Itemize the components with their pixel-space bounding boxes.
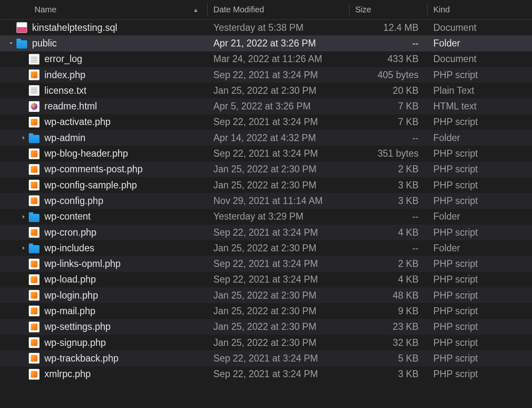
php-file-icon bbox=[29, 117, 39, 128]
file-row[interactable]: wp-login.phpJan 25, 2022 at 2:30 PM48 KB… bbox=[0, 287, 532, 303]
file-row[interactable]: wp-config-sample.phpJan 25, 2022 at 2:30… bbox=[0, 177, 532, 193]
file-name: wp-admin bbox=[44, 132, 86, 144]
file-row[interactable]: wp-config.phpNov 29, 2021 at 11:14 AM3 K… bbox=[0, 193, 532, 209]
file-row[interactable]: readme.htmlApr 5, 2022 at 3:26 PM7 KBHTM… bbox=[0, 98, 532, 114]
file-date: Sep 22, 2021 at 3:24 PM bbox=[208, 70, 349, 81]
file-row[interactable]: wp-signup.phpJan 25, 2022 at 2:30 PM32 K… bbox=[0, 335, 532, 350]
file-name-cell: error_log bbox=[0, 53, 208, 65]
file-name: wp-comments-post.php bbox=[44, 164, 143, 175]
file-kind: Plain Text bbox=[428, 85, 532, 96]
file-row[interactable]: kinstahelptesting.sqlYesterday at 5:38 P… bbox=[0, 20, 532, 35]
file-kind: Document bbox=[428, 53, 532, 65]
file-date: Mar 24, 2022 at 11:26 AM bbox=[208, 53, 349, 65]
disclosure-closed-icon[interactable] bbox=[20, 244, 27, 252]
file-row[interactable]: wp-settings.phpJan 25, 2022 at 2:30 PM23… bbox=[0, 319, 532, 335]
file-name: wp-login.php bbox=[44, 290, 98, 301]
file-name: wp-blog-header.php bbox=[44, 148, 128, 159]
file-row[interactable]: wp-activate.phpSep 22, 2021 at 3:24 PM7 … bbox=[0, 114, 532, 130]
file-date: Jan 25, 2022 at 2:30 PM bbox=[208, 180, 349, 191]
text-file-icon bbox=[29, 85, 39, 96]
column-header-name[interactable]: Name ▲ bbox=[0, 0, 208, 19]
file-name: license.txt bbox=[44, 85, 86, 96]
file-date: Sep 22, 2021 at 3:24 PM bbox=[208, 369, 349, 380]
file-row[interactable]: wp-mail.phpJan 25, 2022 at 2:30 PM9 KBPH… bbox=[0, 303, 532, 319]
file-row[interactable]: wp-blog-header.phpSep 22, 2021 at 3:24 P… bbox=[0, 146, 532, 161]
file-name: public bbox=[32, 38, 57, 49]
file-row[interactable]: wp-contentYesterday at 3:29 PM--Folder bbox=[0, 209, 532, 225]
file-name: wp-content bbox=[44, 211, 91, 222]
file-kind: PHP script bbox=[428, 195, 532, 206]
file-size: 4 KB bbox=[349, 274, 428, 285]
file-name-cell: wp-links-opml.php bbox=[0, 258, 208, 269]
file-row[interactable]: wp-includesJan 25, 2022 at 2:30 PM--Fold… bbox=[0, 240, 532, 256]
file-date: Sep 22, 2021 at 3:24 PM bbox=[208, 227, 349, 238]
file-row[interactable]: wp-links-opml.phpSep 22, 2021 at 3:24 PM… bbox=[0, 256, 532, 271]
file-size: 20 KB bbox=[349, 85, 428, 96]
file-row[interactable]: wp-cron.phpSep 22, 2021 at 3:24 PM4 KBPH… bbox=[0, 225, 532, 240]
file-name-cell: wp-activate.php bbox=[0, 116, 208, 128]
file-size: 32 KB bbox=[349, 337, 428, 348]
file-kind: Folder bbox=[428, 132, 532, 144]
file-kind: PHP script bbox=[428, 164, 532, 175]
php-file-icon bbox=[29, 227, 39, 238]
file-row[interactable]: wp-comments-post.phpJan 25, 2022 at 2:30… bbox=[0, 162, 532, 177]
file-name: wp-load.php bbox=[44, 274, 96, 285]
file-row[interactable]: wp-adminApr 14, 2022 at 4:32 PM--Folder bbox=[0, 130, 532, 146]
file-row[interactable]: index.phpSep 22, 2021 at 3:24 PM405 byte… bbox=[0, 67, 532, 83]
file-kind: PHP script bbox=[428, 148, 532, 159]
disclosure-closed-icon[interactable] bbox=[20, 213, 27, 220]
file-row[interactable]: wp-trackback.phpSep 22, 2021 at 3:24 PM5… bbox=[0, 350, 532, 366]
file-kind: PHP script bbox=[428, 227, 532, 238]
file-list: kinstahelptesting.sqlYesterday at 5:38 P… bbox=[0, 20, 532, 382]
file-size: 351 bytes bbox=[349, 148, 428, 159]
file-name-cell: index.php bbox=[0, 70, 208, 81]
file-date: Apr 21, 2022 at 3:26 PM bbox=[208, 38, 349, 49]
file-kind: Document bbox=[428, 22, 532, 33]
file-size: 7 KB bbox=[349, 101, 428, 112]
file-size: 4 KB bbox=[349, 227, 428, 238]
php-file-icon bbox=[29, 259, 39, 269]
file-kind: HTML text bbox=[428, 101, 532, 112]
file-size: -- bbox=[349, 243, 428, 254]
file-row[interactable]: publicApr 21, 2022 at 3:26 PM--Folder bbox=[0, 35, 532, 51]
file-size: 3 KB bbox=[349, 180, 428, 191]
column-header-date[interactable]: Date Modified bbox=[208, 0, 349, 19]
file-date: Sep 22, 2021 at 3:24 PM bbox=[208, 353, 349, 364]
file-name: wp-signup.php bbox=[44, 337, 106, 348]
disclosure-open-icon[interactable] bbox=[7, 39, 15, 47]
column-header-label: Date Modified bbox=[213, 5, 264, 14]
file-name: wp-trackback.php bbox=[44, 353, 118, 364]
file-name: wp-includes bbox=[44, 243, 94, 254]
disclosure-closed-icon[interactable] bbox=[20, 134, 27, 141]
file-date: Jan 25, 2022 at 2:30 PM bbox=[208, 306, 349, 317]
file-row[interactable]: error_logMar 24, 2022 at 11:26 AM433 KBD… bbox=[0, 51, 532, 67]
folder-icon bbox=[29, 214, 39, 222]
file-name-cell: wp-content bbox=[0, 211, 208, 222]
file-name: wp-config-sample.php bbox=[44, 180, 137, 191]
file-kind: Folder bbox=[428, 38, 532, 49]
file-size: 405 bytes bbox=[349, 70, 428, 81]
file-size: 433 KB bbox=[349, 53, 428, 65]
file-name: wp-links-opml.php bbox=[44, 258, 120, 269]
file-date: Sep 22, 2021 at 3:24 PM bbox=[208, 258, 349, 269]
column-header-label: Size bbox=[355, 5, 371, 14]
file-row[interactable]: xmlrpc.phpSep 22, 2021 at 3:24 PM3 KBPHP… bbox=[0, 366, 532, 382]
file-name: index.php bbox=[44, 70, 86, 81]
column-header-kind[interactable]: Kind bbox=[428, 0, 532, 19]
file-size: 3 KB bbox=[349, 369, 428, 380]
php-file-icon bbox=[29, 274, 39, 285]
file-row[interactable]: wp-load.phpSep 22, 2021 at 3:24 PM4 KBPH… bbox=[0, 272, 532, 287]
column-header-size[interactable]: Size bbox=[349, 0, 428, 19]
php-file-icon bbox=[29, 164, 39, 175]
file-size: 3 KB bbox=[349, 195, 428, 206]
file-name: kinstahelptesting.sql bbox=[32, 22, 117, 33]
file-date: Yesterday at 3:29 PM bbox=[208, 211, 349, 222]
column-header-label: Name bbox=[35, 5, 56, 14]
file-date: Sep 22, 2021 at 3:24 PM bbox=[208, 148, 349, 159]
file-row[interactable]: license.txtJan 25, 2022 at 2:30 PM20 KBP… bbox=[0, 83, 532, 98]
folder-icon bbox=[29, 135, 39, 143]
file-name-cell: wp-mail.php bbox=[0, 306, 208, 317]
file-name: wp-cron.php bbox=[44, 227, 97, 238]
file-name-cell: xmlrpc.php bbox=[0, 369, 208, 380]
sort-ascending-icon: ▲ bbox=[193, 7, 199, 13]
